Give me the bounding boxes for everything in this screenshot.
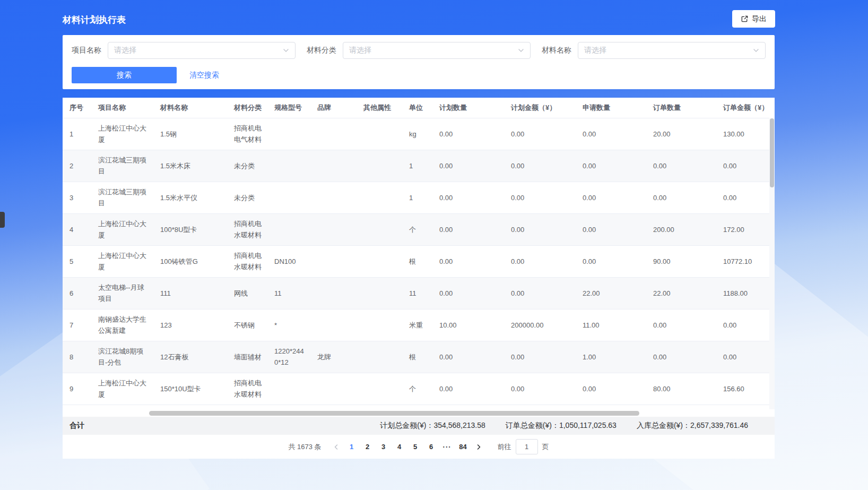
table-cell-6 bbox=[310, 213, 357, 245]
summary-item-value: 2,657,339,761.46 bbox=[690, 421, 748, 429]
table-cell-13: 0.00 bbox=[716, 309, 769, 341]
table-cell-12: 0.00 bbox=[646, 150, 716, 182]
export-button-label: 导出 bbox=[752, 14, 767, 24]
chevron-down-icon bbox=[753, 47, 759, 54]
column-header-8: 单位 bbox=[402, 98, 432, 118]
table-cell-6 bbox=[310, 373, 357, 405]
table-cell-9: 0.00 bbox=[432, 118, 504, 150]
pagination: 共 1673 条 123456···84 前往 页 bbox=[63, 435, 775, 459]
export-button[interactable]: 导出 bbox=[732, 10, 775, 28]
page-number-4[interactable]: 4 bbox=[392, 440, 407, 454]
table-cell-10: 0.00 bbox=[504, 341, 576, 373]
table-cell-1: 1 bbox=[63, 118, 91, 150]
table-cell-7 bbox=[357, 341, 402, 373]
table-row[interactable]: 4上海松江中心大厦100*8U型卡招商机电水暖材料个0.000.000.0020… bbox=[63, 213, 769, 245]
table-cell-8: 11 bbox=[402, 277, 432, 309]
material-plan-table: 序号项目名称材料名称材料分类规格型号品牌其他属性单位计划数量计划金额（¥）申请数… bbox=[63, 98, 769, 405]
pagination-total: 共 1673 条 bbox=[288, 442, 321, 452]
pagination-ellipsis: ··· bbox=[439, 443, 455, 451]
table-cell-10: 0.00 bbox=[504, 245, 576, 277]
table-cell-11: 0.00 bbox=[576, 373, 646, 405]
table-cell-9: 10.00 bbox=[432, 309, 504, 341]
table-cell-9: 0.00 bbox=[432, 182, 504, 213]
column-header-10: 计划金额（¥） bbox=[504, 98, 576, 118]
table-cell-6 bbox=[310, 182, 357, 213]
filter-select-3[interactable]: 请选择 bbox=[578, 42, 766, 59]
table-cell-1: 2 bbox=[63, 150, 91, 182]
summary-item-2: 订单总金额(¥)：1,050,117,025.63 bbox=[506, 421, 617, 431]
table-cell-5 bbox=[267, 118, 310, 150]
column-header-6: 品牌 bbox=[310, 98, 357, 118]
table-cell-3: 150*10U型卡 bbox=[153, 373, 227, 405]
table-cell-10: 0.00 bbox=[504, 118, 576, 150]
chevron-right-icon[interactable] bbox=[471, 440, 486, 454]
table-cell-12: 0.00 bbox=[646, 341, 716, 373]
table-cell-1: 4 bbox=[63, 213, 91, 245]
table-cell-10: 0.00 bbox=[504, 150, 576, 182]
table-row[interactable]: 3滨江花城三期项目1.5米水平仪未分类10.000.000.000.000.00 bbox=[63, 182, 769, 213]
table-row[interactable]: 8滨江花城8期项目-分包12石膏板墙面辅材1220*2440*12龙牌根0.00… bbox=[63, 341, 769, 373]
filter-select-2[interactable]: 请选择 bbox=[343, 42, 531, 59]
vertical-scrollbar-thumb[interactable] bbox=[770, 118, 774, 187]
page-number-3[interactable]: 3 bbox=[376, 440, 392, 454]
column-header-3: 材料名称 bbox=[153, 98, 227, 118]
table-cell-2: 太空电梯--月球项目 bbox=[91, 277, 153, 309]
filter-actions: 搜索 清空搜索 bbox=[72, 67, 766, 83]
chevron-left-icon[interactable] bbox=[329, 440, 344, 454]
table-cell-4: 招商机电水暖材料 bbox=[227, 373, 267, 405]
table-row[interactable]: 7南钢盛达大学生公寓新建123不锈钢*米重10.00200000.0011.00… bbox=[63, 309, 769, 341]
table-cell-3: 1.5米水平仪 bbox=[153, 182, 227, 213]
table-cell-13: 0.00 bbox=[716, 150, 769, 182]
select-placeholder: 请选择 bbox=[114, 46, 136, 55]
table-cell-3: 1.5钢 bbox=[153, 118, 227, 150]
table-cell-4: 未分类 bbox=[227, 150, 267, 182]
table-cell-7 bbox=[357, 118, 402, 150]
table-cell-2: 滨江花城三期项目 bbox=[91, 150, 153, 182]
horizontal-scrollbar-thumb[interactable] bbox=[149, 411, 639, 416]
page-number-5[interactable]: 5 bbox=[407, 440, 423, 454]
column-header-4: 材料分类 bbox=[227, 98, 267, 118]
column-header-7: 其他属性 bbox=[357, 98, 402, 118]
summary-item-label: 入库总金额(¥)： bbox=[637, 421, 690, 429]
table-cell-6 bbox=[310, 150, 357, 182]
goto-page-input[interactable] bbox=[516, 439, 538, 454]
table-cell-3: 111 bbox=[153, 277, 227, 309]
page-number-84[interactable]: 84 bbox=[455, 440, 471, 454]
side-panel-handle[interactable] bbox=[0, 212, 5, 228]
page-number-2[interactable]: 2 bbox=[360, 440, 376, 454]
filter-select-1[interactable]: 请选择 bbox=[108, 42, 296, 59]
table-cell-13: 0.00 bbox=[716, 182, 769, 213]
select-placeholder: 请选择 bbox=[584, 46, 606, 55]
table-cell-9: 0.00 bbox=[432, 213, 504, 245]
table-cell-8: 个 bbox=[402, 213, 432, 245]
clear-search-link[interactable]: 清空搜索 bbox=[189, 71, 219, 80]
page-number-1[interactable]: 1 bbox=[344, 440, 360, 454]
table-cell-13: 10772.10 bbox=[716, 245, 769, 277]
table-row[interactable]: 2滨江花城三期项目1.5米木床未分类10.000.000.000.000.00 bbox=[63, 150, 769, 182]
table-cell-3: 1.5米木床 bbox=[153, 150, 227, 182]
vertical-scrollbar[interactable] bbox=[769, 118, 775, 409]
table-cell-4: 网线 bbox=[227, 277, 267, 309]
table-row[interactable]: 5上海松江中心大厦100铸铁管G招商机电水暖材料DN100根0.000.000.… bbox=[63, 245, 769, 277]
table-cell-7 bbox=[357, 373, 402, 405]
table-cell-10: 200000.00 bbox=[504, 309, 576, 341]
page-number-6[interactable]: 6 bbox=[423, 440, 439, 454]
table-cell-11: 0.00 bbox=[576, 182, 646, 213]
filter-label-1: 项目名称 bbox=[72, 46, 101, 55]
column-header-9: 计划数量 bbox=[432, 98, 504, 118]
search-button[interactable]: 搜索 bbox=[72, 67, 177, 83]
table-cell-13: 0.00 bbox=[716, 341, 769, 373]
table-row[interactable]: 6太空电梯--月球项目111网线11110.000.0022.0022.0011… bbox=[63, 277, 769, 309]
table-cell-7 bbox=[357, 245, 402, 277]
table-cell-5: 1220*2440*12 bbox=[267, 341, 310, 373]
chevron-down-icon bbox=[283, 47, 289, 54]
summary-item-value: 1,050,117,025.63 bbox=[559, 421, 617, 429]
table-cell-1: 3 bbox=[63, 182, 91, 213]
table-cell-5 bbox=[267, 373, 310, 405]
table-cell-5: * bbox=[267, 309, 310, 341]
table-row[interactable]: 9上海松江中心大厦150*10U型卡招商机电水暖材料个0.000.000.008… bbox=[63, 373, 769, 405]
table-row[interactable]: 1上海松江中心大厦1.5钢招商机电电气材料kg0.000.000.0020.00… bbox=[63, 118, 769, 150]
column-header-2: 项目名称 bbox=[91, 98, 153, 118]
table-cell-12: 80.00 bbox=[646, 373, 716, 405]
table-cell-10: 0.00 bbox=[504, 373, 576, 405]
